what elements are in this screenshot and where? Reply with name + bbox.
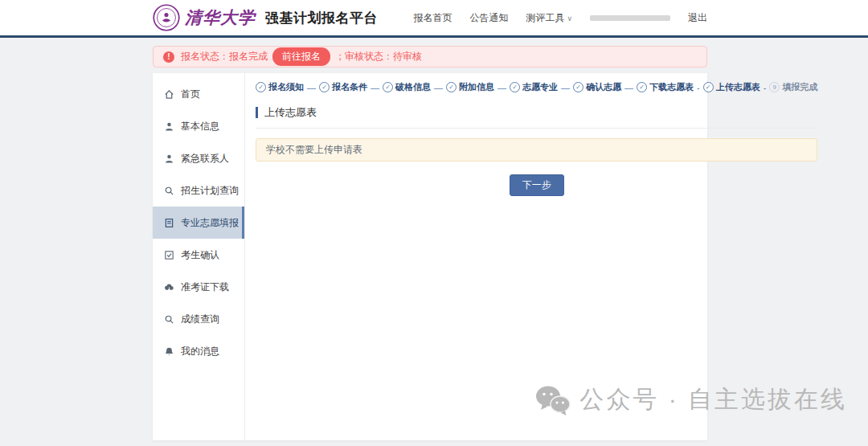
step-4: ✓附加信息 xyxy=(446,81,494,93)
notice-text: 学校不需要上传申请表 xyxy=(266,144,362,155)
sidebar-item-label: 我的消息 xyxy=(181,345,219,358)
step-6: ✓确认志愿 xyxy=(573,81,621,93)
step-label: 破格信息 xyxy=(395,81,431,93)
step-separator: — xyxy=(624,83,633,92)
form-icon xyxy=(164,218,174,228)
sidebar-item-score-query[interactable]: 成绩查询 xyxy=(153,303,244,335)
step-separator: — xyxy=(371,83,379,92)
app-header: 清华大学 强基计划报名平台 报名首页公告通知测评工具∨ 退出 xyxy=(0,0,868,38)
section-title: 上传志愿表 xyxy=(264,105,317,120)
sidebar-item-label: 基本信息 xyxy=(181,120,219,133)
step-separator: — xyxy=(497,83,506,92)
step-number-icon: 9 xyxy=(769,82,780,92)
divider xyxy=(256,128,817,129)
tsinghua-logo-icon xyxy=(153,4,180,31)
step-check-icon: ✓ xyxy=(256,82,266,92)
step-7: ✓下载志愿表 xyxy=(637,81,694,93)
sidebar-item-admission-ticket-download[interactable]: 准考证下载 xyxy=(153,271,244,303)
status-alert: ! 报名状态：报名完成 前往报名 ；审核状态：待审核 xyxy=(153,46,707,68)
user-info-redacted xyxy=(590,15,670,21)
step-9: 9填报完成 xyxy=(769,81,817,93)
step-check-icon: ✓ xyxy=(383,82,393,92)
sidebar-item-major-preference[interactable]: 专业志愿填报 xyxy=(153,207,244,239)
step-2: ✓报名条件 xyxy=(319,81,367,93)
nav-signup-home[interactable]: 报名首页 xyxy=(413,11,452,25)
sidebar-item-label: 准考证下载 xyxy=(181,280,229,294)
step-separator: - xyxy=(764,83,767,92)
cloud-download-icon xyxy=(164,282,174,293)
sidebar-item-enrollment-plan-query[interactable]: 招生计划查询 xyxy=(153,174,244,207)
watermark-text: 公众号 · 自主选拔在线 xyxy=(579,383,847,416)
step-1: ✓报名须知 xyxy=(256,81,304,93)
nav-assessment-tools[interactable]: 测评工具∨ xyxy=(526,11,572,25)
home-icon xyxy=(164,89,174,100)
user-icon xyxy=(164,121,174,132)
sidebar-item-label: 首页 xyxy=(181,88,200,101)
step-check-icon: ✓ xyxy=(510,82,520,92)
step-label: 报名须知 xyxy=(268,81,304,93)
sidebar-item-label: 招生计划查询 xyxy=(181,184,239,198)
check-square-icon xyxy=(164,250,174,260)
search-icon xyxy=(164,314,174,325)
watermark: 公众号 · 自主选拔在线 xyxy=(534,383,847,416)
nav-announcements[interactable]: 公告通知 xyxy=(469,11,508,25)
bell-icon xyxy=(164,346,174,357)
step-label: 填报完成 xyxy=(782,81,817,93)
user-icon xyxy=(164,153,174,164)
step-separator: — xyxy=(307,83,316,92)
step-label: 确认志愿 xyxy=(586,81,621,93)
notice-box: 学校不需要上传申请表 xyxy=(256,138,817,162)
section-header: 上传志愿表 xyxy=(256,105,817,120)
alert-status-text: 报名状态：报名完成 xyxy=(181,50,268,63)
step-label: 上传志愿表 xyxy=(716,81,760,93)
brand: 清华大学 强基计划报名平台 xyxy=(153,4,378,31)
step-separator: — xyxy=(561,83,570,92)
chevron-down-icon: ∨ xyxy=(567,14,572,23)
top-nav: 报名首页公告通知测评工具∨ 退出 xyxy=(413,11,707,25)
sidebar-item-my-messages[interactable]: 我的消息 xyxy=(153,335,244,367)
sidebar-item-label: 专业志愿填报 xyxy=(181,216,239,230)
step-8: ✓上传志愿表 xyxy=(703,81,760,93)
step-separator: — xyxy=(434,83,443,92)
alert-review-text: ；审核状态：待审核 xyxy=(335,50,422,63)
next-step-button[interactable]: 下一步 xyxy=(510,174,564,196)
step-label: 志愿专业 xyxy=(522,81,558,93)
steps-progress: ✓报名须知—✓报名条件—✓破格信息—✓附加信息—✓志愿专业—✓确认志愿—✓下载志… xyxy=(256,81,817,93)
step-separator: - xyxy=(697,83,700,92)
step-check-icon: ✓ xyxy=(319,82,330,92)
step-label: 附加信息 xyxy=(459,81,494,93)
sidebar-item-basic-info[interactable]: 基本信息 xyxy=(153,110,244,142)
step-3: ✓破格信息 xyxy=(383,81,431,93)
step-check-icon: ✓ xyxy=(703,82,714,92)
sidebar-item-label: 紧急联系人 xyxy=(181,152,229,166)
wechat-icon xyxy=(534,384,571,416)
sidebar-item-label: 考生确认 xyxy=(181,248,219,262)
step-check-icon: ✓ xyxy=(637,82,647,92)
step-check-icon: ✓ xyxy=(573,82,583,92)
step-label: 报名条件 xyxy=(332,81,367,93)
sidebar-item-home[interactable]: 首页 xyxy=(153,78,244,110)
sidebar: 首页基本信息紧急联系人招生计划查询专业志愿填报考生确认准考证下载成绩查询我的消息 xyxy=(153,73,245,440)
step-5: ✓志愿专业 xyxy=(510,81,558,93)
step-check-icon: ✓ xyxy=(446,82,457,92)
platform-title: 强基计划报名平台 xyxy=(265,9,378,27)
info-icon: ! xyxy=(163,51,174,63)
sidebar-item-candidate-confirm[interactable]: 考生确认 xyxy=(153,239,244,271)
step-label: 下载志愿表 xyxy=(649,81,694,93)
go-register-button[interactable]: 前往报名 xyxy=(272,47,330,66)
sidebar-item-label: 成绩查询 xyxy=(181,313,219,326)
sidebar-item-emergency-contact[interactable]: 紧急联系人 xyxy=(153,142,244,174)
section-accent-bar xyxy=(256,107,258,118)
university-name: 清华大学 xyxy=(185,6,256,29)
logout-link[interactable]: 退出 xyxy=(688,11,707,25)
search-icon xyxy=(164,186,174,196)
